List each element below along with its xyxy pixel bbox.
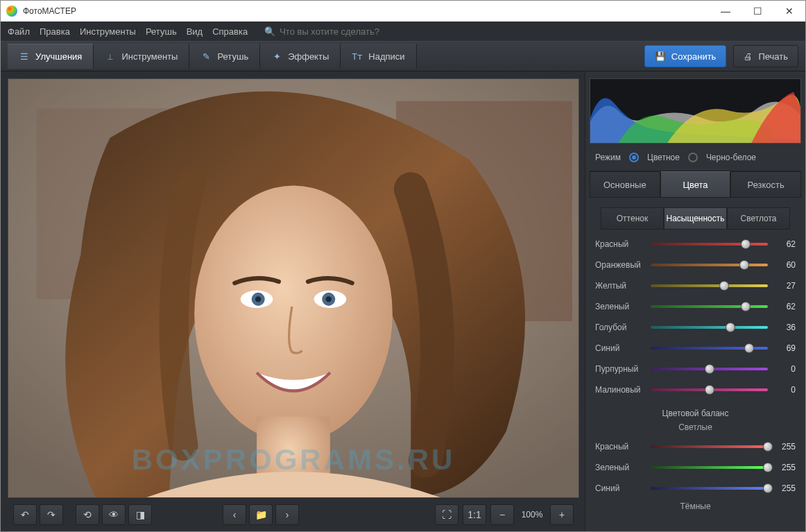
- side-panel: Режим Цветное Черно-белое Основные Цвета…: [585, 71, 805, 531]
- slider-value: 255: [773, 483, 796, 493]
- window-title: ФотоМАСТЕР: [23, 6, 76, 16]
- zoom-level: 100%: [518, 510, 546, 520]
- zoom-out-button[interactable]: −: [490, 504, 514, 525]
- slider-label: Синий: [595, 343, 645, 353]
- mode-color-label: Цветное: [647, 153, 680, 162]
- browse-button[interactable]: 📁: [249, 504, 273, 525]
- slider-value: 36: [773, 323, 796, 332]
- slider-row: Оранжевый60: [595, 255, 796, 275]
- slider-value: 255: [773, 442, 796, 452]
- slider-label: Оранжевый: [595, 260, 645, 270]
- radio-color[interactable]: [629, 153, 639, 162]
- watermark-text: BOXPROGRAMS.RU: [8, 443, 578, 477]
- print-button[interactable]: 🖨 Печать: [733, 45, 798, 67]
- slider-label: Желтый: [595, 281, 645, 291]
- menu-edit[interactable]: Правка: [40, 26, 70, 37]
- subtab-saturation[interactable]: Насыщенность: [664, 207, 727, 230]
- prev-image-button[interactable]: ‹: [223, 504, 246, 525]
- slider-color[interactable]: [651, 281, 768, 291]
- panel-sub-tabs: Оттенок Насыщенность Светлота: [601, 207, 790, 230]
- menu-bar: Файл Правка Инструменты Ретушь Вид Справ…: [1, 22, 805, 41]
- balance-dark-label: Тёмные: [595, 501, 796, 511]
- redo-button[interactable]: ↷: [40, 504, 63, 525]
- balance-light-label: Светлые: [595, 422, 796, 432]
- next-image-button[interactable]: ›: [275, 504, 299, 525]
- slider-color[interactable]: [651, 302, 768, 311]
- slider-label: Красный: [595, 442, 645, 452]
- wand-icon: ✦: [271, 51, 282, 62]
- mode-bw-label: Черно-белое: [706, 153, 756, 162]
- slider-row: Синий255: [595, 478, 796, 499]
- image-canvas[interactable]: BOXPROGRAMS.RU: [8, 78, 579, 498]
- panel-scroll[interactable]: Оттенок Насыщенность Светлота Красный62О…: [590, 198, 801, 531]
- tab-text[interactable]: Tᴛ Надписи: [341, 44, 416, 69]
- color-balance-title: Цветовой баланс: [595, 409, 796, 418]
- slider-row: Красный62: [595, 234, 796, 255]
- tab-retouch[interactable]: ✎ Ретушь: [189, 44, 260, 69]
- preview-button[interactable]: 👁: [102, 504, 126, 525]
- mode-row: Режим Цветное Черно-белое: [590, 144, 801, 171]
- search-input[interactable]: [280, 26, 418, 37]
- slider-row: Зеленый62: [595, 296, 796, 317]
- save-button[interactable]: 💾 Сохранить: [644, 45, 727, 67]
- menu-file[interactable]: Файл: [8, 26, 30, 37]
- svg-point-4: [194, 185, 393, 442]
- actual-size-button[interactable]: 1:1: [463, 504, 486, 525]
- slider-label: Малиновый: [595, 385, 645, 395]
- slider-color[interactable]: [651, 239, 768, 249]
- slider-row: Желтый27: [595, 275, 796, 296]
- svg-point-10: [255, 296, 261, 302]
- brush-icon: ✎: [200, 51, 212, 62]
- slider-color[interactable]: [651, 260, 768, 270]
- menu-tools[interactable]: Инструменты: [80, 26, 136, 37]
- tab-label: Инструменты: [121, 51, 178, 62]
- slider-label: Зеленый: [595, 302, 645, 311]
- search-icon: 🔍: [264, 26, 275, 37]
- subtab-lightness[interactable]: Светлота: [727, 207, 790, 230]
- slider-value: 255: [773, 463, 796, 472]
- slider-row: Синий69: [595, 338, 796, 359]
- close-button[interactable]: ✕: [773, 1, 805, 22]
- print-icon: 🖨: [744, 51, 753, 62]
- minimize-button[interactable]: —: [710, 1, 741, 22]
- svg-point-11: [326, 296, 332, 302]
- tab-tools[interactable]: ⟂ Инструменты: [94, 44, 189, 69]
- window-controls: — ☐ ✕: [710, 1, 805, 22]
- mode-label: Режим: [595, 153, 621, 162]
- slider-value: 0: [773, 364, 796, 374]
- slider-value: 62: [773, 302, 796, 311]
- tab-effects[interactable]: ✦ Эффекты: [260, 44, 341, 69]
- subtab-hue[interactable]: Оттенок: [601, 207, 664, 230]
- tab-basic[interactable]: Основные: [590, 171, 660, 198]
- zoom-in-button[interactable]: +: [550, 504, 574, 525]
- fit-screen-button[interactable]: ⛶: [435, 504, 458, 525]
- text-icon: Tᴛ: [352, 51, 363, 62]
- bottom-toolbar: ↶ ↷ ⟲ 👁 ◨ ‹ 📁 › ⛶ 1:1 − 100%: [8, 498, 579, 531]
- slider-row: Голубой36: [595, 317, 796, 338]
- maximize-button[interactable]: ☐: [741, 1, 773, 22]
- slider-balance[interactable]: [651, 442, 768, 452]
- window-titlebar: ФотоМАСТЕР — ☐ ✕: [1, 1, 805, 22]
- main-toolbar: ☰ Улучшения ⟂ Инструменты ✎ Ретушь ✦ Эфф…: [1, 41, 805, 71]
- tab-enhancements[interactable]: ☰ Улучшения: [8, 44, 94, 69]
- slider-color[interactable]: [651, 385, 768, 395]
- revert-button[interactable]: ⟲: [76, 504, 99, 525]
- tab-label: Эффекты: [288, 51, 329, 62]
- slider-label: Пурпурный: [595, 364, 645, 374]
- radio-bw[interactable]: [688, 153, 698, 162]
- undo-button[interactable]: ↶: [13, 504, 37, 525]
- tab-sharpness[interactable]: Резкость: [730, 171, 801, 198]
- menu-help[interactable]: Справка: [212, 26, 248, 37]
- tab-colors[interactable]: Цвета: [660, 171, 731, 198]
- compare-button[interactable]: ◨: [128, 504, 152, 525]
- menu-retouch[interactable]: Ретушь: [146, 26, 177, 37]
- panel-main-tabs: Основные Цвета Резкость: [590, 171, 801, 198]
- slider-label: Красный: [595, 239, 645, 249]
- menu-view[interactable]: Вид: [187, 26, 203, 37]
- slider-color[interactable]: [651, 323, 768, 332]
- slider-balance[interactable]: [651, 483, 768, 493]
- slider-color[interactable]: [651, 343, 768, 353]
- slider-balance[interactable]: [651, 463, 768, 472]
- save-label: Сохранить: [671, 51, 717, 62]
- slider-color[interactable]: [651, 364, 768, 374]
